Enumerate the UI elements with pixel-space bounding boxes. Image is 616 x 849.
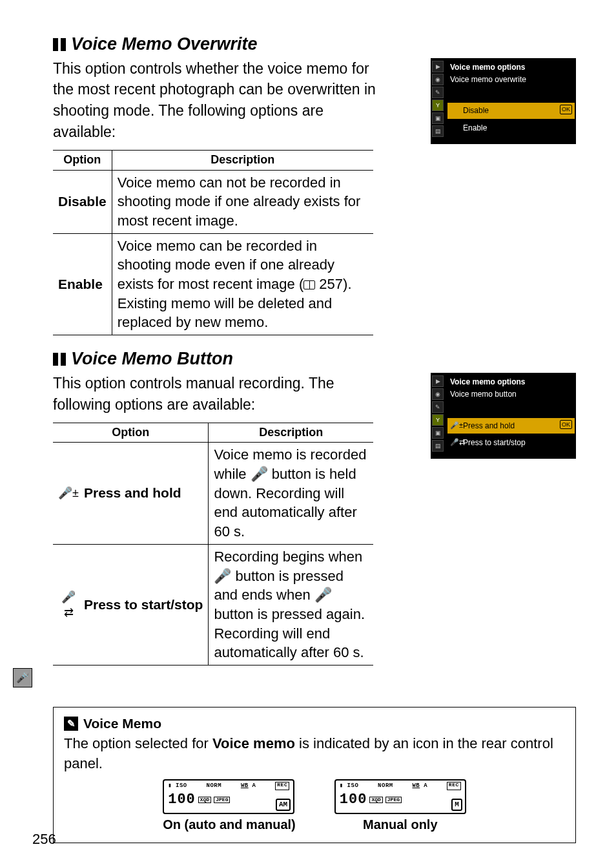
- screenshot1-title: Voice memo options: [447, 61, 575, 74]
- table2-head-desc: Description: [209, 423, 373, 443]
- screenshot2-title: Voice memo options: [447, 375, 575, 389]
- table-overwrite: Option Description Disable Voice memo ca…: [53, 150, 373, 335]
- table1-head-option: Option: [53, 151, 112, 170]
- note-body: The option selected for Voice memo is in…: [64, 734, 565, 774]
- screenshot1-subtitle: Voice memo overwrite: [447, 74, 575, 89]
- camera-tab-photo-icon: ◉: [432, 74, 444, 85]
- camera-tab-playback-icon: ▶: [432, 375, 444, 387]
- pencil-icon: ✎: [64, 717, 78, 731]
- mic-start-stop-icon: 🎤⇄: [450, 437, 465, 447]
- camera-tab-mymenu-icon: ▤: [432, 125, 444, 137]
- section2-heading: Voice Memo Button: [53, 347, 576, 372]
- table2-row1-option: Press to start/​stop: [79, 544, 209, 665]
- table1-head-desc: Description: [112, 151, 373, 170]
- lcd-digits: 100: [340, 790, 367, 810]
- lcd-mode-am: AM: [276, 799, 291, 811]
- camera-tab-pencil-icon: ✎: [432, 401, 444, 413]
- ok-icon: OK: [560, 420, 572, 430]
- mic-icon: 🎤: [314, 587, 332, 603]
- lcd-digits: 100: [168, 790, 196, 810]
- table-button: Option Description 🎤± Press and hold Voi…: [53, 423, 373, 666]
- table2-head-option: Option: [53, 423, 209, 443]
- section1-title: Voice Memo Overwrite: [71, 32, 258, 57]
- camera-tab-pencil-icon: ✎: [432, 87, 444, 98]
- screenshot-overwrite: ▶ ◉ ✎ Y ▣ ▤ Voice memo options Voice mem…: [431, 58, 576, 144]
- camera-tab-mymenu-icon: ▤: [432, 440, 444, 452]
- screenshot2-item-start-stop: 🎤⇄ Press to start/stop: [447, 435, 575, 451]
- lcd-auto-manual: ▮ ISO NORM WB A REC 100 XQD JPEG AM On (…: [163, 779, 296, 833]
- heading-bars-icon: [53, 38, 66, 51]
- table2-row1-desc: Recording begins when 🎤 button is presse…: [209, 544, 373, 665]
- screenshot1-item-enable: Enable: [447, 120, 575, 136]
- note-voice-memo: ✎ Voice Memo The option selected for Voi…: [53, 707, 576, 843]
- heading-bars-icon: [53, 353, 66, 366]
- lcd-mode-m: M: [451, 799, 462, 811]
- section1-body: This option controls whether the voice m…: [53, 58, 389, 143]
- book-icon: [303, 280, 315, 289]
- mic-icon: 🎤: [214, 568, 231, 584]
- camera-tab-photo-icon: ◉: [432, 388, 444, 400]
- camera-tab-playback-icon: ▶: [432, 61, 444, 72]
- note-title: Voice Memo: [83, 714, 161, 733]
- table1-row1-desc: Voice memo can be recorded in shooting m…: [112, 233, 373, 335]
- table2-row0-icon: 🎤±: [53, 443, 79, 544]
- screenshot2-subtitle: Voice memo button: [447, 389, 575, 404]
- lcd-left-caption: On (auto and manual): [163, 815, 296, 833]
- lcd-manual-only: ▮ ISO NORM WB A REC 100 XQD JPEG M Manua…: [334, 779, 466, 833]
- section2-body: This option controls manual recording. T…: [53, 373, 382, 415]
- screenshot1-item-disable: Disable OK: [447, 103, 575, 119]
- camera-tab-retouch-icon: ▣: [432, 427, 444, 439]
- table1-row1-option: Enable: [53, 233, 112, 335]
- table1-row0-desc: Voice memo can not be recorded in shooti…: [112, 170, 373, 233]
- section1-heading: Voice Memo Overwrite: [53, 32, 576, 57]
- section2-title: Voice Memo Button: [71, 347, 233, 372]
- camera-tab-setup-icon: Y: [432, 414, 444, 426]
- camera-tab-setup-icon: Y: [432, 100, 444, 111]
- table2-row1-icon: 🎤⇄: [53, 544, 79, 665]
- table1-row0-option: Disable: [53, 170, 112, 233]
- table2-row0-desc: Voice memo is recorded while 🎤 button is…: [209, 443, 373, 544]
- screenshot2-item-press-hold: 🎤± Press and hold OK: [447, 418, 575, 434]
- screenshot-button: ▶ ◉ ✎ Y ▣ ▤ Voice memo options Voice mem…: [431, 373, 576, 459]
- camera-tab-retouch-icon: ▣: [432, 112, 444, 124]
- mic-icon: 🎤: [251, 466, 268, 482]
- table2-row0-option: Press and hold: [79, 443, 209, 544]
- page-number: 256: [32, 830, 56, 849]
- ok-icon: OK: [560, 105, 572, 114]
- lcd-right-caption: Manual only: [334, 815, 466, 833]
- mic-press-hold-icon: 🎤±: [450, 421, 463, 430]
- side-tab-mic-icon: 🎤: [13, 668, 32, 687]
